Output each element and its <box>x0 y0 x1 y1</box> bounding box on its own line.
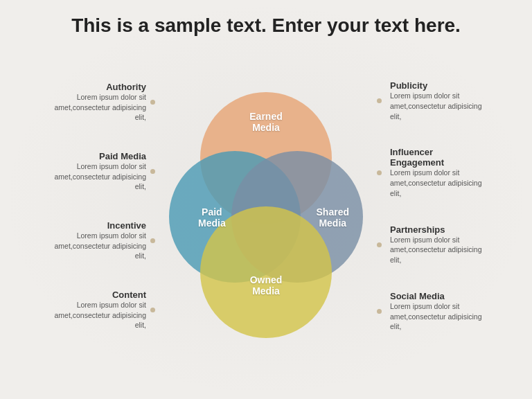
authority-desc: Lorem ipsum dolor sit amet,consectetur a… <box>48 92 146 123</box>
label-social-media-text: Social Media Lorem ipsum dolor sit amet,… <box>390 291 484 332</box>
label-influencer: Influencer Engagement Lorem ipsum dolor … <box>377 147 484 198</box>
label-publicity: Publicity Lorem ipsum dolor sit amet,con… <box>377 80 484 121</box>
influencer-title: Influencer Engagement <box>390 147 484 168</box>
page-title: This is a sample text. Enter your text h… <box>21 14 511 37</box>
venn-diagram: EarnedMedia PaidMedia SharedMedia OwnedM… <box>162 68 370 345</box>
social-media-title: Social Media <box>390 291 484 301</box>
authority-dot <box>150 100 155 105</box>
paid-media-desc: Lorem ipsum dolor sit amet,consectetur a… <box>48 161 146 192</box>
label-social-media: Social Media Lorem ipsum dolor sit amet,… <box>377 291 484 332</box>
label-influencer-text: Influencer Engagement Lorem ipsum dolor … <box>390 147 484 198</box>
content-area: Authority Lorem ipsum dolor sit amet,con… <box>21 54 511 359</box>
label-partnerships-text: Partnerships Lorem ipsum dolor sit amet,… <box>390 224 484 265</box>
influencer-dot <box>377 170 382 175</box>
incentive-desc: Lorem ipsum dolor sit amet,consectetur a… <box>48 231 146 261</box>
label-partnerships: Partnerships Lorem ipsum dolor sit amet,… <box>377 224 484 265</box>
svg-point-7 <box>200 206 332 338</box>
paid-media-title: Paid Media <box>48 151 146 161</box>
label-authority-text: Authority Lorem ipsum dolor sit amet,con… <box>48 82 146 123</box>
partnerships-title: Partnerships <box>390 224 484 235</box>
main-container: This is a sample text. Enter your text h… <box>0 0 532 399</box>
authority-title: Authority <box>48 82 146 92</box>
label-authority: Authority Lorem ipsum dolor sit amet,con… <box>48 82 155 123</box>
social-media-dot <box>377 309 382 314</box>
venn-svg <box>162 68 370 345</box>
publicity-title: Publicity <box>390 80 484 91</box>
paid-media-dot <box>150 169 155 174</box>
content-title: Content <box>48 290 146 300</box>
influencer-desc: Lorem ipsum dolor sit amet,consectetur a… <box>390 168 484 198</box>
label-incentive: Incentive Lorem ipsum dolor sit amet,con… <box>48 220 155 261</box>
label-publicity-text: Publicity Lorem ipsum dolor sit amet,con… <box>390 80 484 121</box>
content-desc: Lorem ipsum dolor sit amet,consectetur a… <box>48 300 146 330</box>
left-labels: Authority Lorem ipsum dolor sit amet,con… <box>48 68 162 345</box>
label-incentive-text: Incentive Lorem ipsum dolor sit amet,con… <box>48 220 146 261</box>
label-content-text: Content Lorem ipsum dolor sit amet,conse… <box>48 290 146 330</box>
publicity-dot <box>377 98 382 103</box>
label-paid-media-text: Paid Media Lorem ipsum dolor sit amet,co… <box>48 151 146 192</box>
partnerships-dot <box>377 242 382 247</box>
partnerships-desc: Lorem ipsum dolor sit amet,consectetur a… <box>390 235 484 265</box>
right-labels: Publicity Lorem ipsum dolor sit amet,con… <box>370 68 484 345</box>
label-paid-media: Paid Media Lorem ipsum dolor sit amet,co… <box>48 151 155 192</box>
label-content: Content Lorem ipsum dolor sit amet,conse… <box>48 290 155 330</box>
incentive-title: Incentive <box>48 220 146 231</box>
social-media-desc: Lorem ipsum dolor sit amet,consectetur a… <box>390 301 484 332</box>
incentive-dot <box>150 238 155 243</box>
publicity-desc: Lorem ipsum dolor sit amet,consectetur a… <box>390 91 484 121</box>
content-dot <box>150 308 155 312</box>
